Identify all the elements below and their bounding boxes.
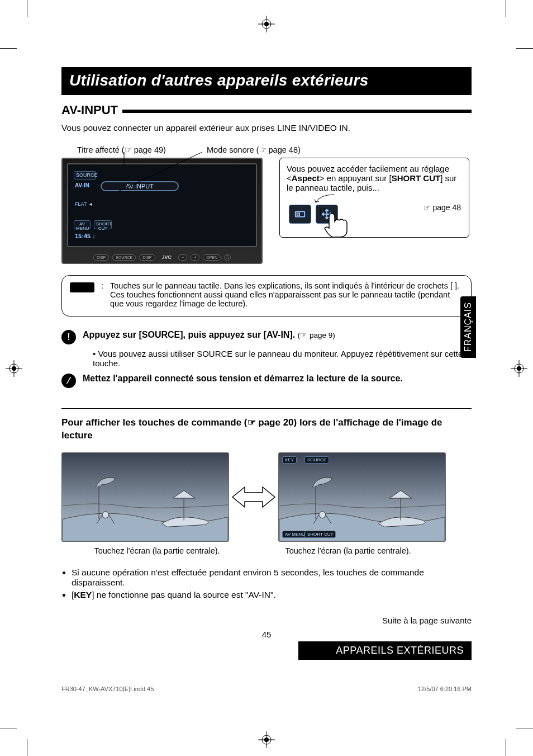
- caption-right: Touchez l'écran (la partie centrale).: [253, 546, 444, 555]
- step-2: ⁄ Mettez l'appareil connecté sous tensio…: [61, 374, 472, 388]
- hand-tap-icon: [318, 206, 357, 239]
- beach-scene-icon: [62, 453, 229, 541]
- heading-rule: [122, 110, 472, 113]
- step-1-text: Appuyez sur [SOURCE], puis appuyez sur […: [83, 330, 295, 339]
- beach-scene-icon: [279, 453, 445, 541]
- bidirectional-arrow-icon: [231, 480, 276, 514]
- device-illustration: SOURCE AV-IN AV-INPUT FLAT ◄ 15:45 ↓ AV …: [61, 158, 263, 264]
- black-marker-icon: [70, 282, 94, 292]
- vol-minus-button[interactable]: −: [178, 254, 187, 261]
- open-button[interactable]: OPEN: [203, 254, 221, 261]
- section-heading: AV-INPUT: [61, 103, 118, 117]
- page-ref: ☞ page 48: [423, 203, 461, 212]
- footer-section-label: APPAREILS EXTÉRIEURS: [298, 641, 472, 660]
- print-metadata: FR30-47_KW-AVX710[E]f.indd 45 12/5/07 6:…: [61, 686, 472, 692]
- annotation-title-assigned: Titre affecté (☞ page 49): [61, 145, 201, 154]
- clock-label: 15:45 ↓: [75, 233, 96, 239]
- playback-thumb-with-buttons: KEY SOURCE AV MENU SHORT CUT: [278, 452, 446, 542]
- vol-plus-button[interactable]: +: [191, 254, 199, 261]
- crop-mark: [0, 48, 17, 49]
- svg-point-24: [102, 512, 109, 518]
- crop-mark: [506, 0, 506, 17]
- crop-mark: [516, 48, 533, 49]
- touch-buttons-note: : Touches sur le panneau tactile. Dans l…: [61, 275, 472, 316]
- note-illustration: [287, 196, 376, 235]
- pointer-icon: ☞: [125, 145, 132, 154]
- source-label: AV-IN: [75, 182, 89, 188]
- source-button[interactable]: SOURCE: [304, 456, 329, 464]
- page-title: Utilisation d'autres appareils extérieur…: [61, 67, 472, 95]
- crop-mark: [27, 0, 27, 17]
- note-bold: Aspect: [292, 173, 320, 183]
- aspect-icon-button[interactable]: [289, 205, 311, 224]
- end-note-2: [KEY] ne fonctionne pas quand la source …: [72, 590, 472, 600]
- input-pill: AV-INPUT: [101, 181, 179, 191]
- registration-mark-icon: [511, 360, 527, 377]
- disp2-button[interactable]: DISP: [139, 254, 155, 261]
- step-1: ! Appuyez sur [SOURCE], puis appuyez sur…: [61, 330, 472, 344]
- note-text: > en appuyant sur [: [320, 173, 392, 183]
- annotation-text: page 48): [266, 145, 301, 154]
- horizontal-rule: [61, 408, 472, 409]
- svg-marker-25: [232, 487, 275, 507]
- annotation-text: Mode sonore (: [207, 145, 259, 154]
- crop-mark: [27, 739, 27, 756]
- crop-mark: [506, 739, 506, 756]
- brand-label: JVC: [162, 254, 172, 260]
- annotation-text: Titre affecté (: [77, 145, 125, 154]
- print-timestamp: 12/5/07 6:20:16 PM: [418, 686, 472, 692]
- note-bold: SHORT CUT: [392, 173, 441, 183]
- eject-button[interactable]: ▢: [224, 254, 231, 261]
- playback-thumb-no-buttons: [61, 452, 229, 542]
- source-button[interactable]: SOURCE: [74, 171, 96, 179]
- page-number: 45: [61, 630, 472, 639]
- caption-left: Touchez l'écran (la partie centrale).: [61, 546, 253, 555]
- registration-mark-icon: [258, 731, 275, 748]
- annotation-text: page 49): [132, 145, 166, 154]
- shortcut-button[interactable]: SHORT CUT: [304, 531, 336, 538]
- key-button[interactable]: KEY: [282, 456, 297, 464]
- sound-mode-label: FLAT ◄: [75, 201, 93, 207]
- print-file: FR30-47_KW-AVX710[E]f.indd 45: [61, 686, 154, 692]
- device-screen: SOURCE AV-IN AV-INPUT FLAT ◄ 15:45 ↓ AV …: [67, 163, 257, 247]
- svg-point-28: [319, 512, 326, 518]
- source-hw-button[interactable]: SOURCE: [112, 254, 136, 261]
- step-1-ref: (☞ page 9): [298, 331, 335, 339]
- step-number-icon: !: [61, 330, 76, 344]
- end-notes: Si aucune opération n'est effectuée pend…: [61, 568, 472, 600]
- crop-mark: [0, 729, 17, 729]
- section-title: Pour afficher les touches de commande (☞…: [61, 417, 472, 442]
- continued-next-page: Suite à la page suivante: [61, 616, 472, 625]
- language-side-tab: FRANÇAIS: [460, 296, 476, 358]
- crop-mark: [516, 729, 533, 729]
- aspect-note-box: Vous pouvez accéder facilement au réglag…: [279, 158, 469, 238]
- disp-button[interactable]: DISP: [93, 254, 109, 261]
- shortcut-button[interactable]: SHORT CUT: [94, 220, 112, 229]
- registration-mark-icon: [6, 360, 22, 377]
- step-number-icon: ⁄: [61, 374, 76, 388]
- annotation-sound-mode: Mode sonore (☞ page 48): [201, 145, 301, 154]
- registration-mark-icon: [258, 16, 275, 32]
- end-note-1: Si aucune opération n'est effectuée pend…: [72, 568, 472, 588]
- step-2-text: Mettez l'appareil connecté sous tension …: [83, 374, 403, 383]
- note-body: Touches sur le panneau tactile. Dans les…: [110, 281, 463, 308]
- note-colon: :: [101, 281, 103, 308]
- curved-arrow-icon: [315, 193, 337, 205]
- aspect-ratio-icon: [294, 208, 306, 220]
- svg-rect-19: [297, 213, 300, 215]
- device-bottom-bar: DISP SOURCE DISP JVC − + OPEN ▢: [63, 252, 261, 263]
- pointer-icon: ☞: [259, 145, 266, 154]
- step-1-sub: • Vous pouvez aussi utiliser SOURCE sur …: [93, 349, 472, 368]
- av-menu-button[interactable]: AV MENU: [282, 531, 308, 538]
- intro-text: Vous pouvez connecter un appareil extéri…: [61, 123, 472, 133]
- av-menu-button[interactable]: AV MENU: [74, 220, 91, 229]
